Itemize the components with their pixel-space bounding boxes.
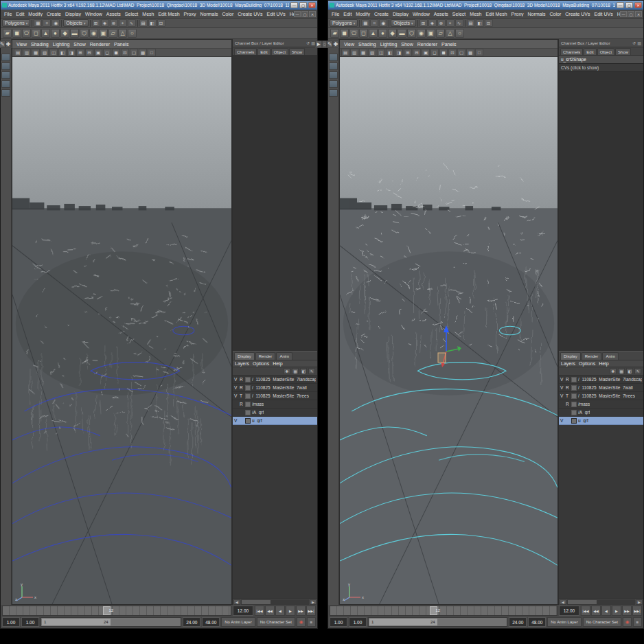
layer-editor-toolbar-icon[interactable]: ✎	[634, 368, 641, 374]
layer-row[interactable]: V R /_110825_MasterSite_7wall	[559, 384, 643, 392]
layer-row[interactable]: V T /_110825_MasterSite_7trees	[559, 392, 643, 400]
snap-icon[interactable]: ⌖	[446, 19, 455, 27]
render-icon[interactable]: ▤	[467, 19, 475, 27]
render-icon[interactable]: ▤	[139, 19, 148, 27]
layout-hypershade-button[interactable]	[1, 80, 10, 88]
menu-set-selector[interactable]: Polygons ▾	[2, 19, 30, 27]
character-set-button[interactable]: No Character Set	[257, 617, 295, 627]
channel-box-body[interactable]	[233, 56, 317, 351]
layout-hypershade-button[interactable]	[329, 80, 338, 88]
menu-item[interactable]: Color	[548, 12, 564, 16]
time-slider[interactable]: 12	[2, 606, 231, 616]
anim-layer-button[interactable]: No Anim Layer	[221, 617, 255, 627]
menu-item[interactable]: Assets	[104, 12, 123, 16]
layout-single-pane-button[interactable]	[1, 54, 10, 61]
minimize-button[interactable]: —	[617, 2, 624, 8]
layer-color-swatch[interactable]	[571, 385, 577, 391]
menu-set-selector[interactable]: Polygons ▾	[330, 19, 358, 27]
shelf-button-icon[interactable]: ◻	[32, 29, 41, 38]
scroll-left-icon[interactable]: ◀	[560, 599, 566, 605]
close-button[interactable]: ✕	[308, 2, 316, 8]
layer-display-type-toggle[interactable]: R	[240, 385, 244, 390]
shelf-button-icon[interactable]: ⬠	[22, 29, 31, 38]
viewport-menu-item[interactable]: Shading	[29, 42, 51, 47]
scroll-left-icon[interactable]: ◀	[233, 599, 240, 605]
animation-end-field[interactable]: 48.00	[528, 617, 546, 627]
layer-display-type-toggle[interactable]: T	[240, 393, 244, 398]
title-bar[interactable]: Autodesk Maya 2011 Hotfix 3 x64 \\192.16…	[328, 1, 643, 10]
snap-icon[interactable]: ∿	[455, 19, 463, 27]
selection-mask-selector[interactable]: Objects ▾	[63, 19, 88, 27]
playback-end-field[interactable]: 24.00	[183, 617, 200, 627]
panel-header-icon[interactable]: ▥	[637, 41, 641, 45]
channel-box-menu-item[interactable]: Show	[615, 48, 631, 55]
time-slider[interactable]: 12	[330, 606, 557, 616]
layer-row[interactable]: V R /_110825_MasterSite_7landscape	[233, 376, 317, 384]
child-window-control-button[interactable]: —	[620, 11, 627, 17]
channel-box-menu-item[interactable]: Show	[289, 48, 305, 55]
toolbox-tool-icon[interactable]: ✎	[327, 41, 333, 48]
status-icon[interactable]: ⌗	[370, 19, 378, 27]
menu-item[interactable]: Mesh	[140, 12, 156, 16]
channel-box-menu-item[interactable]: Channels	[234, 48, 257, 55]
viewport-toolbar-icon[interactable]: ▦	[359, 49, 367, 56]
menu-item[interactable]: Modify	[26, 12, 45, 16]
channel-box-menu-item[interactable]: Channels	[560, 48, 583, 55]
viewport-toolbar-icon[interactable]: ▣	[422, 49, 430, 56]
shelf-button-icon[interactable]: ▰	[330, 29, 339, 38]
viewport-toolbar-icon[interactable]: ▢	[457, 49, 465, 56]
viewport-toolbar-icon[interactable]: ⊡	[121, 49, 129, 56]
viewport-menu-item[interactable]: View	[342, 42, 356, 47]
render-icon[interactable]: ◧	[148, 19, 157, 27]
shelf-button-icon[interactable]: ⬠	[349, 29, 358, 38]
child-window-control-button[interactable]: ▢	[628, 11, 634, 17]
menu-item[interactable]: Select	[450, 12, 468, 16]
shelf-button-icon[interactable]: △	[118, 29, 127, 38]
layer-display-type-toggle[interactable]: R	[566, 377, 570, 382]
animation-start-field[interactable]: 1.00	[2, 617, 20, 627]
viewport-menu-item[interactable]: Renderer	[415, 42, 439, 47]
menu-item[interactable]: Help	[288, 12, 294, 16]
scrollbar-track[interactable]	[567, 599, 635, 605]
shelf-button-icon[interactable]: ▣	[426, 29, 435, 38]
layer-color-swatch[interactable]	[245, 410, 251, 415]
playback-button[interactable]: ◀◀	[265, 606, 275, 616]
current-time-field[interactable]: 12.00	[233, 606, 253, 616]
playback-button[interactable]: ▶▶|	[306, 606, 316, 616]
menu-item[interactable]: Proxy	[182, 12, 198, 16]
toolbox-tool-icon[interactable]: ►	[315, 41, 322, 48]
shelf-button-icon[interactable]: ◉	[89, 29, 98, 38]
status-icon[interactable]: ▦	[361, 19, 369, 27]
layer-row[interactable]: R /mass	[559, 400, 643, 409]
viewport-toolbar-icon[interactable]: ⊟	[413, 49, 421, 56]
layer-visibility-toggle[interactable]: V	[560, 377, 564, 382]
viewport-menu-item[interactable]: Lighting	[51, 42, 72, 47]
layer-color-swatch[interactable]	[245, 418, 251, 424]
viewport-menu-item[interactable]: Renderer	[88, 42, 112, 47]
viewport-menu-item[interactable]: Shading	[356, 42, 378, 47]
layout-four-pane-button[interactable]	[1, 62, 10, 70]
viewport-toolbar-icon[interactable]: □	[475, 49, 483, 56]
viewport-toolbar-icon[interactable]: ▦	[32, 49, 40, 56]
animation-start-field[interactable]: 1.00	[330, 617, 347, 627]
viewport-menu-item[interactable]: View	[14, 42, 29, 47]
snap-icon[interactable]: ⊚	[110, 19, 118, 27]
channel-box-cvs-row[interactable]: CVs (click to show)	[559, 64, 643, 72]
menu-item[interactable]: File	[330, 12, 341, 16]
status-icon[interactable]: ◉	[51, 19, 60, 27]
menu-item[interactable]: Edit Mesh	[156, 12, 181, 16]
layer-color-swatch[interactable]	[245, 385, 251, 391]
layer-row[interactable]: V u_grf	[559, 417, 643, 425]
current-time-field[interactable]: 12.00	[559, 606, 579, 616]
viewport-toolbar-icon[interactable]: ◧	[386, 49, 394, 56]
menu-item[interactable]: Assets	[432, 12, 450, 16]
menu-item[interactable]: Window	[83, 12, 104, 16]
menu-item[interactable]: Create UVs	[235, 12, 264, 16]
panel-header-icon[interactable]: ▥	[311, 41, 315, 45]
channel-box-menu-item[interactable]: Object	[597, 48, 614, 55]
snap-icon[interactable]: ∿	[128, 19, 136, 27]
range-slider[interactable]: 1 24	[368, 617, 507, 627]
channel-box-object-row[interactable]: u_srf2Shape	[559, 56, 643, 64]
layer-editor-menu-item[interactable]: Layers	[561, 361, 575, 366]
viewport-toolbar-icon[interactable]: ▢	[130, 49, 138, 56]
